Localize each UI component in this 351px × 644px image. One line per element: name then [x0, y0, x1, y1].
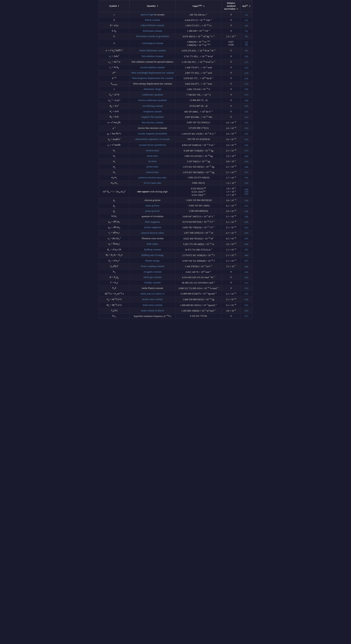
cell-quantity: molar volume of silicon: [130, 308, 176, 313]
cell-ref[interactable]: [45]: [241, 247, 252, 252]
cell-uncertainty: 0: [222, 92, 241, 98]
cell-ref[interactable]: [38]: [241, 208, 252, 214]
cell-uncertainty: 0: [222, 280, 241, 286]
cell-quantity: hyperfine transition frequency of 133Cs: [130, 313, 176, 319]
cell-ref[interactable]: [57]: [241, 313, 252, 319]
cell-quantity: Stefan–Boltzmann constant: [130, 48, 176, 54]
cell-uncertainty: 0: [222, 18, 241, 23]
cell-ref[interactable]: [3]: [241, 18, 252, 23]
cell-ref[interactable]: [56]: [241, 308, 252, 313]
cell-ref[interactable]: [39]: [241, 214, 252, 219]
cell-ref[interactable]: [17]: [241, 92, 252, 98]
cell-ref[interactable]: [19]: [241, 103, 252, 109]
cell-value: 96 485.332 123 310 0184 C·mol−1: [176, 280, 222, 286]
cell-ref[interactable]: [49]: [241, 269, 252, 275]
cell-ref[interactable]: [14]: [241, 76, 252, 81]
cell-ref[interactable]: [18]: [241, 98, 252, 103]
cell-ref[interactable]: [40]: [241, 219, 252, 225]
cell-quantity: first radiation constant: [130, 53, 176, 59]
cell-ref[interactable]: [7][8]: [241, 39, 252, 48]
cell-symbol: G: [99, 34, 130, 39]
cell-ref[interactable]: [15]: [241, 81, 252, 86]
sort-icon-symbol[interactable]: ⇕: [118, 5, 119, 7]
cell-ref[interactable]: [29]: [241, 159, 252, 164]
cell-ref[interactable]: [12]: [241, 65, 252, 70]
cell-ref[interactable]: [34][35][35]: [241, 186, 252, 198]
sort-icon-uncertainty[interactable]: ⇕: [236, 8, 238, 10]
cell-ref[interactable]: [31]: [241, 170, 252, 175]
table-row: μN = eℏ/2mpnuclear magneton5.050 783 739…: [99, 224, 252, 230]
cell-value: 2.897 771 955... × 10−3 m·K: [176, 70, 222, 76]
cell-uncertainty: 0: [222, 48, 241, 54]
cell-ref[interactable]: [4]: [241, 23, 252, 28]
col-header-ref[interactable]: Ref[1] ⇕: [241, 0, 252, 12]
cell-ref[interactable]: [33]: [241, 180, 252, 186]
cell-ref[interactable]: [5]: [241, 28, 252, 34]
cell-ref[interactable]: [21]: [241, 114, 252, 120]
cell-ref[interactable]: [53]: [241, 291, 252, 296]
cell-ref[interactable]: [30]: [241, 164, 252, 170]
cell-ref[interactable]: [24]: [241, 131, 252, 136]
constants-table: Symbol ⇕ Quantity ⇕ Value[a][b] ⇕ Relati…: [99, 0, 252, 319]
table-row: gμmuon g-factor−2.002 331 841 23(82)4.1 …: [99, 203, 252, 208]
cell-value: 1.883 531 627(42) × 10−28 kg: [176, 153, 222, 159]
cell-ref[interactable]: [54]: [241, 296, 252, 302]
cell-ref[interactable]: [6]: [241, 34, 252, 39]
table-row: b′ [f]Wien frequency displacement law co…: [99, 76, 252, 81]
cell-ref[interactable]: [20]: [241, 109, 252, 114]
cell-ref[interactable]: [47]: [241, 258, 252, 264]
cell-ref[interactable]: [55]: [241, 302, 252, 308]
cell-value: 5.291 772 105 44(82) × 10−11 m: [176, 241, 222, 247]
cell-ref[interactable]: [51]: [241, 280, 252, 286]
cell-ref[interactable]: [11]: [241, 59, 252, 65]
cell-ref[interactable]: [36]: [241, 198, 252, 203]
cell-ref[interactable]: [25]: [241, 136, 252, 142]
cell-ref[interactable]: [27]: [241, 148, 252, 153]
cell-ref[interactable]: [10]: [241, 53, 252, 59]
table-row: NAAvogadro constant6.022 140 76 × 1023 m…: [99, 269, 252, 275]
cell-ref[interactable]: [2]: [241, 12, 252, 18]
cell-ref[interactable]: [26]: [241, 142, 252, 148]
col-header-value[interactable]: Value[a][b] ⇕: [176, 0, 222, 12]
cell-symbol: α = e2/4πε0ℏc: [99, 120, 130, 126]
col-header-uncertainty[interactable]: Relative standard uncertainty ⇕: [222, 0, 241, 12]
cell-ref[interactable]: [9]: [241, 48, 252, 54]
sort-icon-ref[interactable]: ⇕: [249, 5, 250, 7]
cell-uncertainty: 0: [222, 65, 241, 70]
table-row: hPlanck constant6.626 070 15 × 10−34 J·H…: [99, 18, 252, 23]
table-row: M(12C) = NAm(12C)molar mass of carbon-12…: [99, 291, 252, 296]
cell-quantity: molar mass constant: [130, 302, 176, 308]
cell-ref[interactable]: [48]: [241, 264, 252, 269]
sort-icon-quantity[interactable]: ⇕: [156, 5, 158, 7]
cell-ref[interactable]: [13]: [241, 70, 252, 76]
cell-symbol: ℏ = h/2π: [99, 23, 130, 28]
cell-ref[interactable]: [42]: [241, 230, 252, 236]
table-row: meelectron mass9.109 383 7139(28) × 10−3…: [99, 148, 252, 153]
cell-ref[interactable]: [46]: [241, 252, 252, 258]
table-row: GF/(ℏc)3Fermi coupling constant1.166 378…: [99, 264, 252, 269]
cell-ref[interactable]: [28]: [241, 153, 252, 159]
cell-ref[interactable]: [41]: [241, 224, 252, 230]
cell-value: 0.007 297 352 5643(11): [176, 120, 222, 126]
cell-ref[interactable]: [50]: [241, 275, 252, 280]
cell-ref[interactable]: [23]: [241, 125, 252, 131]
cell-ref[interactable]: [52]: [241, 286, 252, 291]
cell-quantity: neutron mass: [130, 170, 176, 175]
cell-value: 3.741 771 852... × 10−16 W·m2: [176, 53, 222, 59]
cell-quantity: sine-square weak mixing angle: [130, 186, 176, 198]
table-row: c1L = 2hc2/srfirst radiation constant fo…: [99, 59, 252, 65]
sort-icon-value[interactable]: ⇕: [203, 5, 204, 7]
cell-ref[interactable]: [37]: [241, 203, 252, 208]
cell-ref[interactable]: [16]: [241, 86, 252, 92]
col-header-symbol[interactable]: Symbol ⇕: [99, 0, 130, 12]
cell-value: 8.854 187 8188(14) × 10−12 F·m−1: [176, 142, 222, 148]
cell-quantity: muon mass: [130, 153, 176, 159]
cell-quantity: speed of light in vacuum: [130, 12, 176, 18]
cell-quantity: Newtonian constant of gravitation: [130, 34, 176, 39]
cell-ref[interactable]: [44]: [241, 241, 252, 247]
cell-ref[interactable]: [32]: [241, 175, 252, 180]
cell-ref[interactable]: [22]: [241, 120, 252, 126]
cell-symbol: ε0 = e2/4παℏc: [99, 142, 130, 148]
cell-ref[interactable]: [43]: [241, 236, 252, 241]
col-header-quantity[interactable]: Quantity ⇕: [130, 0, 176, 12]
